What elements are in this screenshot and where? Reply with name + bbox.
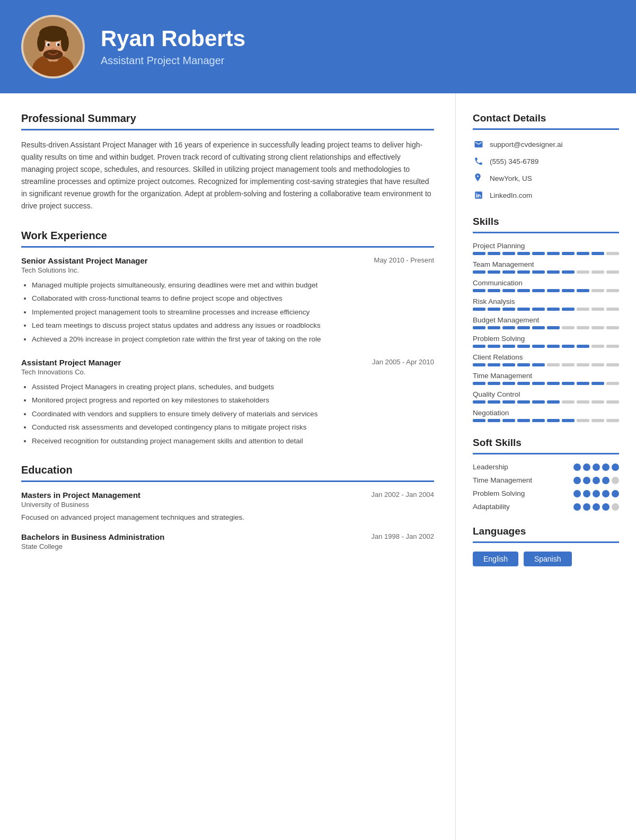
- right-column: Contact Details support@cvdesigner.ai (5…: [456, 93, 636, 840]
- skill-item: Risk Analysis: [473, 298, 619, 311]
- contact-linkedin: LinkedIn.com: [473, 189, 619, 201]
- skill-segment: [562, 363, 575, 366]
- skill-segment: [547, 345, 560, 348]
- contact-email-text: support@cvdesigner.ai: [490, 141, 563, 148]
- work-title: Work Experience: [21, 230, 434, 242]
- soft-skill-name: Leadership: [473, 463, 573, 471]
- skill-segment: [517, 363, 530, 366]
- skill-dot: [573, 477, 581, 484]
- skill-segment: [606, 252, 619, 255]
- education-section: Education Masters in Project Management …: [21, 464, 434, 551]
- job-title: Assistant Project Manager: [21, 358, 121, 367]
- skill-dot: [612, 490, 619, 497]
- bullet-item: Received recognition for outstanding pro…: [32, 435, 434, 447]
- skill-segment: [532, 363, 545, 366]
- skill-segment: [502, 400, 515, 404]
- skill-segment: [488, 270, 500, 274]
- bullet-item: Monitored project progress and reported …: [32, 395, 434, 406]
- skill-segment: [562, 382, 575, 385]
- work-experience-section: Work Experience Senior Assistant Project…: [21, 230, 434, 447]
- bullet-item: Implemented project management tools to …: [32, 307, 434, 318]
- languages-section: Languages EnglishSpanish: [473, 526, 619, 566]
- skill-segment: [517, 326, 530, 329]
- skill-segment: [577, 363, 589, 366]
- job-dates: Jan 2005 - Apr 2010: [372, 358, 434, 366]
- skill-dot: [602, 503, 610, 511]
- skill-segment: [532, 382, 545, 385]
- soft-skills-title: Soft Skills: [473, 437, 619, 449]
- skill-item: Communication: [473, 279, 619, 292]
- skill-item: Time Management: [473, 372, 619, 385]
- skill-dot: [602, 490, 610, 497]
- skill-segment: [517, 382, 530, 385]
- skill-segment: [606, 270, 619, 274]
- contact-phone: (555) 345-6789: [473, 155, 619, 167]
- skill-segment: [488, 308, 500, 311]
- job-title: Senior Assistant Project Manager: [21, 256, 148, 265]
- edu-degree: Masters in Project Management: [21, 491, 140, 500]
- skill-segment: [547, 400, 560, 404]
- skill-segment: [577, 326, 589, 329]
- skill-segment: [547, 419, 560, 422]
- skill-segment: [606, 345, 619, 348]
- skill-segment: [502, 382, 515, 385]
- skill-segment: [488, 382, 500, 385]
- skill-segment: [606, 289, 619, 292]
- email-icon: [473, 138, 484, 150]
- skill-segment: [517, 400, 530, 404]
- skill-segment: [577, 382, 589, 385]
- skill-segment: [473, 326, 485, 329]
- skill-segment: [488, 326, 500, 329]
- skill-segment: [591, 419, 604, 422]
- skill-name: Project Planning: [473, 242, 619, 250]
- skill-bar: [473, 308, 619, 311]
- skill-segment: [502, 363, 515, 366]
- avatar: [21, 15, 85, 78]
- contact-section: Contact Details support@cvdesigner.ai (5…: [473, 112, 619, 201]
- skill-segment: [532, 252, 545, 255]
- resume-header: Ryan Roberts Assistant Project Manager: [0, 0, 636, 93]
- degree-item: Masters in Project Management Jan 2002 -…: [21, 491, 434, 523]
- skill-segment: [532, 270, 545, 274]
- bullet-item: Conducted risk assessments and developed…: [32, 422, 434, 433]
- soft-skill-item: Leadership: [473, 463, 619, 471]
- skill-segment: [547, 363, 560, 366]
- job-header: Senior Assistant Project Manager May 201…: [21, 256, 434, 265]
- skill-segment: [473, 270, 485, 274]
- skill-bar: [473, 289, 619, 292]
- skill-name: Negotiation: [473, 409, 619, 417]
- skill-dot: [583, 477, 590, 484]
- skill-segment: [547, 252, 560, 255]
- summary-text: Results-driven Assistant Project Manager…: [21, 139, 434, 213]
- job-bullets: Assisted Project Managers in creating pr…: [21, 381, 434, 447]
- skill-name: Time Management: [473, 372, 619, 380]
- soft-skills-list: LeadershipTime ManagementProblem Solving…: [473, 463, 619, 511]
- skill-bar: [473, 400, 619, 404]
- skill-segment: [502, 289, 515, 292]
- skill-dot: [602, 477, 610, 484]
- skill-dot: [583, 490, 590, 497]
- language-tags: EnglishSpanish: [473, 552, 619, 566]
- skill-dot: [573, 503, 581, 511]
- skill-name: Team Management: [473, 260, 619, 268]
- skill-segment: [577, 289, 589, 292]
- skill-name: Risk Analysis: [473, 298, 619, 305]
- skill-segment: [488, 400, 500, 404]
- contact-divider: [473, 128, 619, 130]
- edu-desc: Focused on advanced project management t…: [21, 512, 434, 523]
- contact-location-text: NewYork, US: [490, 174, 532, 182]
- soft-skill-dots: [573, 503, 619, 511]
- skill-segment: [562, 400, 575, 404]
- skill-segment: [532, 308, 545, 311]
- skill-dot: [593, 503, 600, 511]
- contact-location: NewYork, US: [473, 172, 619, 184]
- soft-skill-dots: [573, 463, 619, 471]
- edu-degree: Bachelors in Business Administration: [21, 532, 164, 541]
- skill-segment: [606, 400, 619, 404]
- skill-item: Problem Solving: [473, 335, 619, 348]
- skill-segment: [562, 326, 575, 329]
- job-company: Tech Solutions Inc.: [21, 266, 434, 274]
- skill-segment: [502, 419, 515, 422]
- skill-segment: [562, 270, 575, 274]
- skill-name: Budget Management: [473, 316, 619, 324]
